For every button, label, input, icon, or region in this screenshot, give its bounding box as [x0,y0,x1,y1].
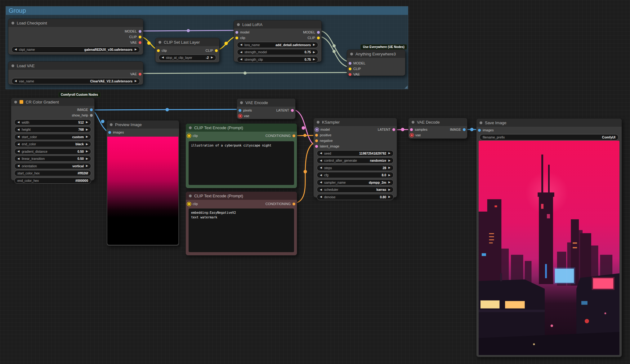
node-graph-canvas[interactable]: Group Load Checkpoint [0,0,630,364]
decrement-arrow-icon[interactable] [320,181,322,184]
vae-name-widget[interactable]: vae_name ClearVAE_V2.3.safetensors [11,78,140,84]
height-widget[interactable]: height768 [14,126,91,133]
node-anything-everywhere3[interactable]: Anything Everywhere3 MODEL CLIP VAE [347,50,405,76]
decrement-arrow-icon[interactable] [240,58,242,61]
cfg-widget[interactable]: cfg8.0 [317,172,394,178]
image-output-port[interactable] [463,128,466,131]
orientation-widget[interactable]: orientationvertical [14,163,91,169]
increment-arrow-icon[interactable] [86,150,88,153]
increment-arrow-icon[interactable] [86,121,88,124]
decrement-arrow-icon[interactable] [320,159,322,162]
clip-input-port[interactable] [349,68,351,70]
node-titlebar[interactable]: CR Color Gradient [11,98,94,106]
vae-input-port[interactable] [349,73,351,76]
increment-arrow-icon[interactable] [86,128,88,131]
node-titlebar[interactable]: Load VAE [8,62,143,70]
node-titlebar[interactable]: CLIP Text Encode (Prompt) [186,124,297,132]
denoise-widget[interactable]: denoise0.80 [317,194,394,200]
decrement-arrow-icon[interactable] [17,157,20,160]
scheduler-widget[interactable]: schedulerkarras [317,186,394,193]
decrement-arrow-icon[interactable] [240,51,242,54]
decrement-arrow-icon[interactable] [320,195,322,198]
collapse-icon[interactable] [350,53,353,55]
ckpt-name-widget[interactable]: ckpt_name galenaREDUX_v30.safetensors [11,46,140,53]
node-load-vae[interactable]: Load VAE VAE vae_name ClearVAE_V2.3.safe… [8,61,143,85]
generated-image-preview[interactable] [479,141,619,355]
clip-input-port[interactable] [235,37,238,39]
negative-input-port[interactable] [315,139,318,142]
stop-at-clip-layer-widget[interactable]: stop_at_clip_layer -2 [159,55,216,61]
increment-arrow-icon[interactable] [86,135,88,138]
clip-output-port[interactable] [215,49,218,52]
conditioning-output-port[interactable] [293,134,295,137]
node-clip-text-encode-negative[interactable]: CLIP Text Encode (Prompt) clip CONDITION… [185,191,297,256]
collapse-icon[interactable] [189,195,192,197]
clip-output-port[interactable] [139,36,141,38]
increment-arrow-icon[interactable] [388,195,391,198]
start-color-hex-widget[interactable]: start_color_hex#ff026f [14,170,91,176]
gradient-preview-image[interactable] [107,137,178,245]
node-titlebar[interactable]: Preview Image [107,121,179,129]
node-titlebar[interactable]: CLIP Set Last Layer [155,38,219,46]
node-titlebar[interactable]: Save Image [476,119,622,127]
decrement-arrow-icon[interactable] [17,164,20,167]
latent-image-input-port[interactable] [315,145,318,148]
node-save-image[interactable]: Save Image images filename_prefix ComfyU… [476,118,622,357]
node-vae-encode[interactable]: VAE Encode pixels LATENT vae [237,98,296,119]
decrement-arrow-icon[interactable] [320,166,322,169]
images-input-port[interactable] [108,131,111,134]
strength-clip-widget[interactable]: strength_clip 0.75 [237,56,318,63]
end-color-hex-widget[interactable]: end_color_hex#000000 [14,178,91,184]
decrement-arrow-icon[interactable] [17,128,20,131]
node-clip-set-last-layer[interactable]: CLIP Set Last Layer clip CLIP stop_at_cl… [155,38,220,63]
decrement-arrow-icon[interactable] [15,80,17,82]
collapse-icon[interactable] [317,121,319,124]
collapse-icon[interactable] [240,101,243,104]
node-load-lora[interactable]: Load LoRA model MODEL clip CLIP lora_nam… [234,20,322,62]
model-input-port[interactable] [235,31,238,34]
collapse-icon[interactable] [159,41,161,44]
vae-input-port[interactable] [411,134,413,136]
node-titlebar[interactable]: KSampler [314,118,397,126]
model-input-port[interactable] [349,62,351,65]
node-titlebar[interactable]: VAE Decode [409,118,467,126]
increment-arrow-icon[interactable] [313,43,315,46]
vae-output-port[interactable] [139,41,141,44]
node-titlebar[interactable]: VAE Encode [237,99,295,107]
vae-input-port[interactable] [239,115,241,117]
collapse-icon[interactable] [412,121,414,124]
decrement-arrow-icon[interactable] [17,121,20,124]
increment-arrow-icon[interactable] [211,56,213,59]
collapse-icon[interactable] [11,22,14,24]
filename-prefix-widget[interactable]: filename_prefix ComfyUI [480,134,619,140]
lora-name-widget[interactable]: lora_name add_detail.safetensors [237,42,318,48]
collapse-icon[interactable] [237,23,240,26]
conditioning-output-port[interactable] [293,203,295,205]
node-titlebar[interactable]: Load LoRA [234,20,321,29]
decrement-arrow-icon[interactable] [17,143,20,146]
pixels-input-port[interactable] [239,109,241,112]
decrement-arrow-icon[interactable] [320,174,322,177]
increment-arrow-icon[interactable] [388,152,391,155]
decrement-arrow-icon[interactable] [320,188,322,191]
latent-output-port[interactable] [392,128,395,131]
decrement-arrow-icon[interactable] [320,152,322,155]
node-titlebar[interactable]: CLIP Text Encode (Prompt) [186,192,297,200]
node-clip-text-encode-positive[interactable]: CLIP Text Encode (Prompt) clip CONDITION… [185,123,297,188]
increment-arrow-icon[interactable] [388,188,391,191]
increment-arrow-icon[interactable] [388,174,391,177]
model-input-port[interactable] [316,129,318,131]
node-cr-color-gradient[interactable]: CR Color Gradient IMAGE show_help width5… [11,98,95,181]
model-output-port[interactable] [139,30,141,33]
control-after-generate-widget[interactable]: control_after_generaterandomize [317,157,394,164]
collapse-icon[interactable] [110,123,113,126]
node-load-checkpoint[interactable]: Load Checkpoint MODEL CLIP VAE ckpt_name… [8,19,143,55]
clip-output-port[interactable] [317,37,320,39]
decrement-arrow-icon[interactable] [17,150,20,153]
increment-arrow-icon[interactable] [388,166,391,169]
collapse-icon[interactable] [14,101,17,103]
seed-widget[interactable]: seed119872541829792 [317,150,394,156]
increment-arrow-icon[interactable] [135,80,137,82]
model-output-port[interactable] [317,31,320,34]
sampler-name-widget[interactable]: sampler_namedpmpp_2m [317,179,394,186]
